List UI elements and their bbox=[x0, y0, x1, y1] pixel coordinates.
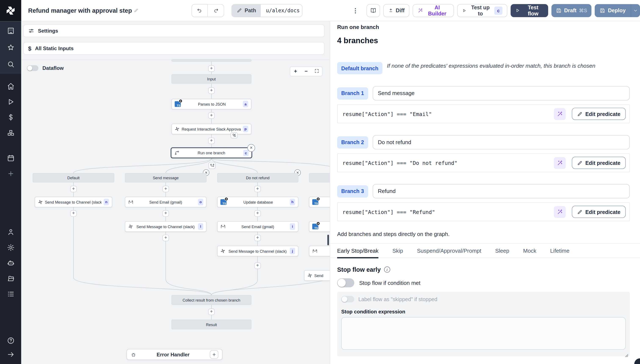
tab-mock[interactable]: Mock bbox=[523, 243, 536, 258]
branch-2-name-input[interactable] bbox=[372, 135, 630, 149]
insert-step-button[interactable] bbox=[208, 138, 215, 144]
ai-predicate-wand-button[interactable] bbox=[554, 157, 566, 169]
redo-button[interactable] bbox=[208, 4, 224, 17]
zoom-out-button[interactable] bbox=[301, 67, 311, 76]
step-node-slack-notify[interactable]: Send Message to Channel (slack) j bbox=[217, 246, 298, 256]
step-node-slack-send-message[interactable]: Send Message to Channel (slack) l bbox=[125, 221, 206, 232]
undo-button[interactable] bbox=[192, 4, 208, 17]
step-node-clipped-ts[interactable]: TS bbox=[309, 221, 330, 232]
insert-step-button[interactable] bbox=[254, 186, 261, 192]
collect-result-node[interactable]: Collect result from chosen branch bbox=[172, 295, 252, 305]
result-node[interactable]: Result bbox=[172, 320, 252, 329]
branch-header-do-not-refund[interactable]: Do not refund bbox=[217, 173, 298, 182]
runs-play-icon[interactable] bbox=[7, 98, 14, 106]
windmill-logo[interactable] bbox=[0, 0, 21, 21]
branch-3-name-input[interactable] bbox=[372, 184, 630, 198]
path-value[interactable]: u/alex/docs bbox=[261, 4, 302, 16]
add-branch-button[interactable] bbox=[208, 162, 216, 169]
step-node-slack-approval[interactable]: Request Interactive Slack Approval (... … bbox=[172, 124, 252, 134]
step-node-clipped-slack[interactable]: Send bbox=[304, 270, 330, 281]
delete-step-button[interactable] bbox=[248, 144, 255, 152]
step-node-clipped-ts[interactable]: TS bbox=[309, 197, 330, 208]
flow-settings-bar[interactable]: Settings bbox=[23, 24, 324, 37]
workspace-icon[interactable] bbox=[7, 27, 14, 35]
edit-predicate-button[interactable]: Edit predicate bbox=[572, 108, 626, 120]
ai-predicate-wand-button[interactable] bbox=[554, 206, 566, 218]
search-icon[interactable] bbox=[7, 60, 14, 68]
insert-step-button[interactable] bbox=[208, 88, 215, 94]
variables-dollar-icon[interactable] bbox=[7, 114, 14, 121]
schedules-calendar-icon[interactable] bbox=[7, 154, 14, 162]
folders-icon[interactable] bbox=[7, 275, 14, 282]
flow-title[interactable]: Refund manager with approval step bbox=[28, 7, 132, 14]
step-node-parses-to-json[interactable]: TS Parses to JSON a bbox=[172, 99, 252, 110]
add-error-handler-button[interactable] bbox=[210, 350, 218, 359]
tab-sleep[interactable]: Sleep bbox=[495, 243, 510, 258]
insert-step-button[interactable] bbox=[254, 210, 261, 217]
zoom-in-button[interactable] bbox=[290, 67, 301, 76]
ai-predicate-wand-button[interactable] bbox=[554, 108, 566, 120]
textarea-resize-grip[interactable] bbox=[624, 352, 628, 356]
fit-view-button[interactable] bbox=[311, 67, 322, 76]
tab-lifetime[interactable]: Lifetime bbox=[550, 243, 570, 258]
step-node-gmail-send[interactable]: Send Email (gmail) o bbox=[125, 197, 206, 208]
add-plus-icon[interactable] bbox=[7, 170, 14, 178]
insert-step-button[interactable] bbox=[208, 66, 215, 72]
corner-widget[interactable] bbox=[634, 358, 640, 364]
users-icon[interactable] bbox=[7, 228, 14, 236]
path-button[interactable]: Path bbox=[232, 4, 261, 16]
label-skipped-toggle[interactable] bbox=[341, 296, 354, 302]
tab-skip[interactable]: Skip bbox=[392, 243, 403, 258]
resources-boxes-icon[interactable] bbox=[7, 129, 14, 137]
expand-sidebar-arrow-icon[interactable] bbox=[7, 351, 14, 358]
settings-gear-icon[interactable] bbox=[7, 244, 14, 252]
branch-1-name-input[interactable] bbox=[372, 86, 630, 100]
insert-step-button[interactable] bbox=[162, 210, 169, 217]
more-options-button[interactable] bbox=[352, 7, 359, 14]
sidebar bbox=[0, 21, 21, 364]
step-node-gmail-refund-denied[interactable]: Send Email (gmail) i bbox=[217, 221, 298, 232]
edit-predicate-button[interactable]: Edit predicate bbox=[572, 157, 626, 169]
step-node-run-one-branch[interactable]: Run one branch c bbox=[170, 147, 252, 158]
stop-flow-toggle[interactable] bbox=[337, 278, 354, 287]
insert-step-button[interactable] bbox=[70, 186, 77, 192]
step-node-clipped-gmail[interactable] bbox=[309, 246, 330, 256]
tab-early-stop-break[interactable]: Early Stop/Break bbox=[337, 243, 378, 258]
deploy-options-button[interactable] bbox=[630, 4, 640, 17]
edit-title-icon[interactable] bbox=[134, 7, 138, 14]
insert-step-button[interactable] bbox=[254, 262, 261, 269]
error-handler-node[interactable]: Error Handler bbox=[126, 349, 222, 360]
branch-header-default[interactable]: Default bbox=[32, 173, 114, 182]
canvas-scrollbar[interactable] bbox=[328, 235, 329, 245]
insert-step-button[interactable] bbox=[162, 186, 169, 192]
insert-step-button[interactable] bbox=[208, 308, 215, 315]
edit-predicate-button[interactable]: Edit predicate bbox=[572, 206, 626, 218]
deploy-button[interactable]: Deploy bbox=[595, 4, 630, 17]
logs-list-icon[interactable] bbox=[7, 290, 14, 298]
ai-builder-button[interactable]: AI Builder bbox=[413, 4, 454, 17]
insert-step-button[interactable] bbox=[162, 235, 169, 241]
stop-condition-textarea[interactable] bbox=[341, 317, 626, 350]
branch-header-send-message[interactable]: Send message bbox=[125, 173, 206, 182]
insert-step-button[interactable] bbox=[70, 210, 77, 217]
test-flow-button[interactable]: Test flow bbox=[511, 4, 548, 17]
step-node-update-database[interactable]: TS Update database h bbox=[217, 197, 298, 208]
input-node[interactable]: Input bbox=[172, 74, 252, 84]
dataflow-toggle[interactable] bbox=[27, 66, 38, 71]
test-up-to-button[interactable]: Test up to c bbox=[457, 4, 507, 17]
help-icon[interactable] bbox=[7, 337, 14, 344]
branch-header-clipped[interactable] bbox=[309, 173, 330, 182]
diff-button[interactable]: Diff bbox=[383, 4, 410, 17]
insert-step-button[interactable] bbox=[254, 235, 261, 241]
step-node-slack-default[interactable]: Send Message to Channel (slack) n bbox=[35, 197, 112, 208]
info-icon bbox=[384, 266, 390, 272]
flow-graph-canvas[interactable]: Settings All Static Inputs Dataflow bbox=[21, 21, 330, 364]
draft-button[interactable]: Draft ⌘S bbox=[552, 4, 592, 17]
favorites-star-icon[interactable] bbox=[7, 44, 14, 52]
all-static-inputs-bar[interactable]: All Static Inputs bbox=[23, 42, 324, 55]
home-icon[interactable] bbox=[7, 82, 14, 90]
insert-step-button[interactable] bbox=[208, 112, 215, 119]
tab-suspend-approval-prompt[interactable]: Suspend/Approval/Prompt bbox=[417, 243, 481, 258]
workers-robot-icon[interactable] bbox=[7, 259, 14, 267]
docs-button[interactable] bbox=[367, 4, 380, 17]
